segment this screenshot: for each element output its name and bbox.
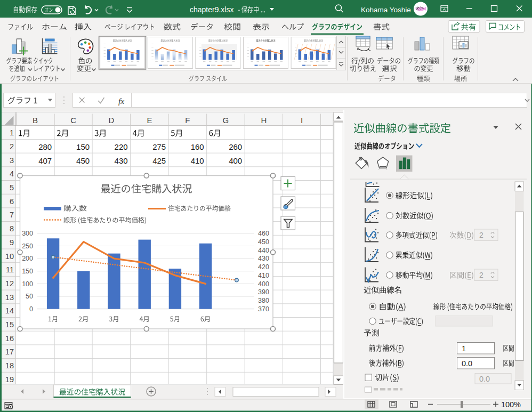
svg-text:300: 300 [22, 230, 33, 237]
svg-text:460: 460 [258, 230, 269, 237]
svg-text:100: 100 [22, 280, 33, 288]
svg-text:220: 220 [115, 142, 128, 151]
svg-text:8: 8 [10, 224, 14, 233]
svg-text:400: 400 [229, 156, 242, 165]
svg-text:2: 2 [479, 271, 483, 279]
svg-text:250: 250 [22, 243, 33, 250]
svg-text:9: 9 [10, 238, 14, 247]
svg-text:2: 2 [479, 231, 483, 239]
svg-text:410: 410 [191, 156, 204, 165]
svg-text:260: 260 [229, 142, 242, 151]
svg-text:150: 150 [76, 142, 90, 151]
svg-text:E: E [147, 116, 152, 125]
svg-text:15: 15 [5, 320, 14, 329]
svg-text:18: 18 [5, 361, 14, 370]
svg-text:14: 14 [5, 306, 14, 315]
svg-text:17: 17 [5, 348, 14, 356]
svg-text:19: 19 [5, 375, 14, 384]
svg-text:H: H [261, 116, 267, 125]
svg-text:420: 420 [258, 263, 269, 271]
svg-text:390: 390 [258, 288, 269, 296]
svg-text:7: 7 [10, 211, 14, 219]
svg-text:C: C [70, 116, 76, 125]
svg-text:11: 11 [6, 265, 14, 274]
svg-text:425: 425 [152, 156, 166, 165]
svg-text:13: 13 [5, 293, 14, 302]
svg-text:0.0: 0.0 [462, 359, 472, 368]
svg-text:fx: fx [118, 96, 124, 106]
svg-text:10: 10 [5, 252, 14, 261]
svg-text:100%: 100% [501, 400, 521, 409]
svg-text:3: 3 [10, 156, 14, 165]
svg-text:B: B [33, 116, 38, 125]
svg-text:chapter9.xlsx: chapter9.xlsx [190, 5, 233, 14]
svg-text:160: 160 [191, 142, 204, 151]
svg-text:0.0: 0.0 [479, 375, 490, 383]
svg-text:430: 430 [115, 156, 128, 165]
svg-text:410: 410 [258, 272, 269, 279]
svg-text:12: 12 [5, 279, 14, 288]
svg-text:5: 5 [10, 183, 14, 192]
svg-text:1: 1 [10, 128, 14, 137]
svg-text:I: I [301, 116, 303, 125]
svg-text:2: 2 [10, 142, 14, 151]
svg-text:D: D [108, 116, 114, 125]
svg-text:450: 450 [258, 238, 269, 246]
svg-text:4: 4 [10, 169, 14, 178]
svg-text:200: 200 [22, 255, 33, 262]
svg-text:150: 150 [22, 268, 33, 275]
svg-text:16: 16 [5, 334, 14, 343]
svg-text:50: 50 [26, 293, 33, 300]
svg-text:407: 407 [38, 156, 52, 165]
svg-text:380: 380 [258, 297, 269, 304]
svg-text:F: F [185, 116, 190, 125]
svg-text:0: 0 [29, 305, 33, 313]
svg-text:6: 6 [10, 197, 14, 206]
svg-text:370: 370 [258, 305, 269, 313]
svg-text:Kohama Yoshie: Kohama Yoshie [361, 6, 411, 14]
svg-text:430: 430 [258, 255, 269, 262]
svg-text:440: 440 [258, 247, 269, 254]
svg-text:280: 280 [38, 142, 52, 151]
svg-text:450: 450 [76, 156, 90, 165]
svg-text:1: 1 [462, 344, 466, 353]
svg-text:G: G [223, 116, 229, 125]
svg-text:275: 275 [152, 142, 166, 151]
svg-text:400: 400 [258, 280, 269, 288]
